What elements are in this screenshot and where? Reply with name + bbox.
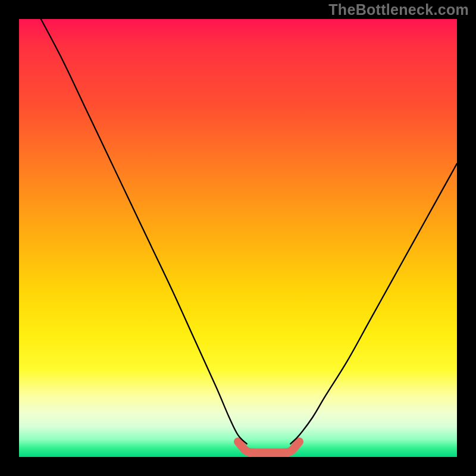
chart-plot-area [19,19,457,457]
valley-flat-coral [238,441,299,453]
right-branch-curve [290,164,457,444]
chart-frame: TheBottleneck.com [0,0,476,476]
watermark-container: TheBottleneck.com [328,1,469,18]
curve-layer [19,19,457,457]
watermark-text: TheBottleneck.com [328,1,469,18]
left-branch-curve [41,19,247,444]
